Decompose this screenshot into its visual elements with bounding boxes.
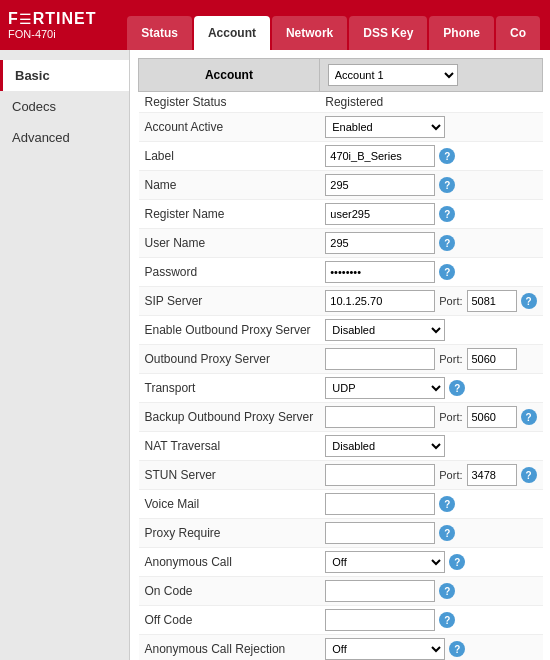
tab-network[interactable]: Network: [272, 16, 347, 50]
sidebar: Basic Codecs Advanced: [0, 50, 130, 660]
table-row: Backup Outbound Proxy ServerPort:?: [139, 403, 543, 432]
port-input-stun-server[interactable]: [467, 464, 517, 486]
input-stun-server[interactable]: [325, 464, 435, 486]
select-account-active[interactable]: EnabledDisabled: [325, 116, 445, 138]
account-select[interactable]: Account 1 Account 2 Account 3: [328, 64, 458, 86]
brand-name: F☰RTINET: [8, 10, 97, 28]
field-value-outbound-proxy: Port:: [319, 345, 542, 374]
input-backup-outbound[interactable]: [325, 406, 435, 428]
select-anon-call-rejection[interactable]: OffOn: [325, 638, 445, 660]
field-label-sip-server: SIP Server: [139, 287, 320, 316]
field-label-voice-mail: Voice Mail: [139, 490, 320, 519]
port-input-sip-server[interactable]: [467, 290, 517, 312]
field-value-user-name: ?: [319, 229, 542, 258]
field-value-register-status: Registered: [319, 92, 542, 113]
field-value-transport: UDPTCPTLS?: [319, 374, 542, 403]
select-enable-outbound[interactable]: EnabledDisabled: [325, 319, 445, 341]
field-label-stun-server: STUN Server: [139, 461, 320, 490]
field-label-transport: Transport: [139, 374, 320, 403]
table-row: Password?: [139, 258, 543, 287]
tab-phone[interactable]: Phone: [429, 16, 494, 50]
sidebar-item-codecs[interactable]: Codecs: [0, 91, 129, 122]
header: F☰RTINET FON-470i Status Account Network…: [0, 0, 550, 50]
field-value-register-name: ?: [319, 200, 542, 229]
help-icon-sip-server[interactable]: ?: [521, 293, 537, 309]
sidebar-item-basic[interactable]: Basic: [0, 60, 129, 91]
field-value-account-active: EnabledDisabled: [319, 113, 542, 142]
help-icon-name[interactable]: ?: [439, 177, 455, 193]
field-label-user-name: User Name: [139, 229, 320, 258]
table-row: Account ActiveEnabledDisabled: [139, 113, 543, 142]
input-label[interactable]: [325, 145, 435, 167]
select-nat-traversal[interactable]: EnabledDisabled: [325, 435, 445, 457]
input-voice-mail[interactable]: [325, 493, 435, 515]
field-label-register-name: Register Name: [139, 200, 320, 229]
field-value-off-code-1: ?: [319, 606, 542, 635]
table-row: Enable Outbound Proxy ServerEnabledDisab…: [139, 316, 543, 345]
help-icon-off-code-1[interactable]: ?: [439, 612, 455, 628]
tab-status[interactable]: Status: [127, 16, 192, 50]
help-icon-stun-server[interactable]: ?: [521, 467, 537, 483]
form-table: Account Account 1 Account 2 Account 3 Re…: [138, 58, 543, 660]
field-value-proxy-require: ?: [319, 519, 542, 548]
field-value-voice-mail: ?: [319, 490, 542, 519]
tab-dss-key[interactable]: DSS Key: [349, 16, 427, 50]
sidebar-item-advanced[interactable]: Advanced: [0, 122, 129, 153]
table-row: SIP ServerPort:?: [139, 287, 543, 316]
tab-account[interactable]: Account: [194, 16, 270, 50]
help-icon-password[interactable]: ?: [439, 264, 455, 280]
help-icon-backup-outbound[interactable]: ?: [521, 409, 537, 425]
field-value-password: ?: [319, 258, 542, 287]
account-selector-row: Account 1 Account 2 Account 3: [328, 64, 534, 86]
static-value-register-status: Registered: [325, 95, 383, 109]
port-label-sip-server: Port:: [439, 295, 462, 307]
help-icon-label[interactable]: ?: [439, 148, 455, 164]
help-icon-on-code-1[interactable]: ?: [439, 583, 455, 599]
input-sip-server[interactable]: [325, 290, 435, 312]
input-register-name[interactable]: [325, 203, 435, 225]
input-on-code-1[interactable]: [325, 580, 435, 602]
tab-co[interactable]: Co: [496, 16, 540, 50]
table-row: User Name?: [139, 229, 543, 258]
table-row: Register StatusRegistered: [139, 92, 543, 113]
logo: F☰RTINET FON-470i: [8, 10, 97, 40]
help-icon-register-name[interactable]: ?: [439, 206, 455, 222]
help-icon-transport[interactable]: ?: [449, 380, 465, 396]
field-label-enable-outbound: Enable Outbound Proxy Server: [139, 316, 320, 345]
field-value-label: ?: [319, 142, 542, 171]
help-icon-anonymous-call[interactable]: ?: [449, 554, 465, 570]
help-icon-voice-mail[interactable]: ?: [439, 496, 455, 512]
field-value-name: ?: [319, 171, 542, 200]
select-anonymous-call[interactable]: OffOn: [325, 551, 445, 573]
main-layout: Basic Codecs Advanced Account Account 1 …: [0, 50, 550, 660]
field-label-proxy-require: Proxy Require: [139, 519, 320, 548]
field-value-backup-outbound: Port:?: [319, 403, 542, 432]
input-proxy-require[interactable]: [325, 522, 435, 544]
port-input-backup-outbound[interactable]: [467, 406, 517, 428]
field-label-nat-traversal: NAT Traversal: [139, 432, 320, 461]
nav-tabs: Status Account Network DSS Key Phone Co: [127, 0, 542, 50]
field-value-anon-call-rejection: OffOn?: [319, 635, 542, 661]
input-off-code-1[interactable]: [325, 609, 435, 631]
help-icon-proxy-require[interactable]: ?: [439, 525, 455, 541]
col-header-value: Account 1 Account 2 Account 3: [319, 59, 542, 92]
table-row: Register Name?: [139, 200, 543, 229]
field-label-off-code-1: Off Code: [139, 606, 320, 635]
help-icon-anon-call-rejection[interactable]: ?: [449, 641, 465, 657]
input-user-name[interactable]: [325, 232, 435, 254]
col-header-label: Account: [139, 59, 320, 92]
field-value-stun-server: Port:?: [319, 461, 542, 490]
field-label-anonymous-call: Anonymous Call: [139, 548, 320, 577]
input-name[interactable]: [325, 174, 435, 196]
table-row: TransportUDPTCPTLS?: [139, 374, 543, 403]
table-row: On Code?: [139, 577, 543, 606]
port-label-outbound-proxy: Port:: [439, 353, 462, 365]
table-row: Name?: [139, 171, 543, 200]
field-label-anon-call-rejection: Anonymous Call Rejection: [139, 635, 320, 661]
port-input-outbound-proxy[interactable]: [467, 348, 517, 370]
input-outbound-proxy[interactable]: [325, 348, 435, 370]
select-transport[interactable]: UDPTCPTLS: [325, 377, 445, 399]
port-label-stun-server: Port:: [439, 469, 462, 481]
input-password[interactable]: [325, 261, 435, 283]
help-icon-user-name[interactable]: ?: [439, 235, 455, 251]
